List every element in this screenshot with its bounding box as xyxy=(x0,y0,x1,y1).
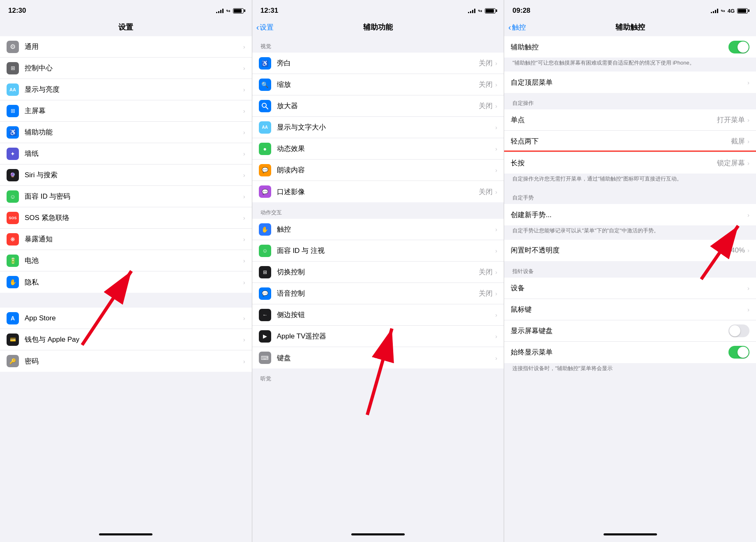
custom-actions-list: 单点 打开菜单 › 轻点两下 截屏 › 长按 锁定屏幕 › xyxy=(504,109,756,174)
settings-item-display[interactable]: AA 显示与亮度 › xyxy=(0,79,252,100)
back-button-2[interactable]: ‹ 设置 xyxy=(256,23,274,32)
item-spoken[interactable]: 💬 朗读内容 › xyxy=(252,160,504,181)
toggle-knob-main xyxy=(738,42,749,53)
item-appletv[interactable]: ▶ Apple TV遥控器 › xyxy=(252,326,504,347)
settings-item-control-center[interactable]: ⊞ 控制中心 › xyxy=(0,58,252,79)
settings-item-siri[interactable]: 🔮 Siri 与搜索 › xyxy=(0,164,252,186)
side-button-icon: ← xyxy=(259,309,271,321)
back-button-3[interactable]: ‹ 触控 xyxy=(508,23,526,32)
mouse-keys-row[interactable]: 鼠标键 › xyxy=(504,299,756,320)
create-gesture-row[interactable]: 创建新手势... › xyxy=(504,204,756,225)
item-motion[interactable]: ● 动态效果 › xyxy=(252,138,504,160)
item-keyboard[interactable]: ⌨ 键盘 › xyxy=(252,347,504,368)
settings-item-appstore[interactable]: A App Store › xyxy=(0,308,252,329)
signal-icon-1 xyxy=(216,8,224,13)
general-icon: ⚙ xyxy=(7,41,19,53)
settings-item-wallet[interactable]: 💳 钱包与 Apple Pay › xyxy=(0,329,252,350)
zoom-value: 关闭 xyxy=(479,80,493,89)
devices-label: 设备 xyxy=(511,283,747,293)
display-label: 显示与亮度 xyxy=(25,85,243,94)
zoom-icon: 🔍 xyxy=(259,79,271,91)
magnifier-chevron: › xyxy=(495,102,497,109)
spoken-icon: 💬 xyxy=(259,164,271,176)
battery-chevron: › xyxy=(243,257,245,264)
motion-icon: ● xyxy=(259,143,271,155)
status-time-2: 12:31 xyxy=(260,7,278,15)
back-chevron-3: ‹ xyxy=(508,23,511,31)
settings-item-accessibility[interactable]: ♿ 辅助功能 › xyxy=(0,122,252,143)
devices-row[interactable]: 设备 › xyxy=(504,278,756,299)
spoken-chevron: › xyxy=(495,167,497,174)
assistivetouch-toggle[interactable] xyxy=(728,41,749,53)
status-icons-2: ↬ xyxy=(468,8,496,14)
control-center-label: 控制中心 xyxy=(25,63,243,73)
settings-item-battery[interactable]: 🔋 电池 › xyxy=(0,250,252,271)
appstore-label: App Store xyxy=(25,314,243,322)
settings-item-homescreen[interactable]: ⊞ 主屏幕 › xyxy=(0,100,252,122)
settings-item-privacy[interactable]: ✋ 隐私 › xyxy=(0,271,252,293)
gesture-desc: 自定手势让您能够记录可以从"菜单"下的"自定"中激活的手势。 xyxy=(504,225,756,239)
always-show-label: 始终显示菜单 xyxy=(511,347,728,357)
devices-chevron: › xyxy=(747,285,749,292)
double-tap-row[interactable]: 轻点两下 截屏 › xyxy=(504,131,756,152)
wifi-icon-3: ↬ xyxy=(721,8,725,14)
always-show-row[interactable]: 始终显示菜单 xyxy=(504,342,756,363)
settings-item-wallpaper[interactable]: ✦ 墙纸 › xyxy=(0,143,252,164)
single-tap-row[interactable]: 单点 打开菜单 › xyxy=(504,109,756,131)
settings-item-faceid[interactable]: ☺ 面容 ID 与密码 › xyxy=(0,186,252,207)
home-indicator-2 xyxy=(351,533,405,535)
audiodesc-chevron: › xyxy=(495,188,497,195)
exposure-label: 暴露通知 xyxy=(25,234,243,244)
item-voice-control[interactable]: 💬 语音控制 关闭 › xyxy=(252,283,504,304)
voiceover-label: 旁白 xyxy=(277,58,479,68)
item-touch[interactable]: ✋ 触控 › xyxy=(252,219,504,240)
show-keyboard-row[interactable]: 显示屏幕键盘 xyxy=(504,320,756,342)
voiceover-chevron: › xyxy=(495,60,497,67)
item-switch-control[interactable]: ⊞ 切换控制 关闭 › xyxy=(252,262,504,283)
item-voiceover[interactable]: ♿ 旁白 关闭 › xyxy=(252,53,504,74)
wallpaper-chevron: › xyxy=(243,150,245,157)
4g-badge: 4G xyxy=(728,8,735,14)
list-gap-1 xyxy=(0,293,252,308)
display-text-icon: AA xyxy=(259,121,271,134)
faceid2-icon: ☺ xyxy=(259,245,271,257)
item-side-button[interactable]: ← 侧边按钮 › xyxy=(252,304,504,326)
settings-list-1: ⚙ 通用 › ⊞ 控制中心 › AA 显示与亮度 › ⊞ 主屏幕 › ♿ 辅助功… xyxy=(0,36,252,293)
custom-actions-desc: 自定操作允许您无需打开菜单，通过"辅助触控"图标即可直接进行互动。 xyxy=(504,174,756,188)
battery-icon-1 xyxy=(233,8,244,14)
magnifier-value: 关闭 xyxy=(479,101,493,111)
magnifier-label: 放大器 xyxy=(277,101,479,111)
idle-opacity-row[interactable]: 闲置时不透明度 40% › xyxy=(504,240,756,261)
appletv-chevron: › xyxy=(495,333,497,340)
assistivetouch-toggle-row[interactable]: 辅助触控 xyxy=(504,36,756,58)
display-chevron: › xyxy=(243,86,245,93)
section-interaction: 动作交互 xyxy=(252,202,504,219)
magnifier-icon xyxy=(259,100,271,112)
create-gesture-chevron: › xyxy=(747,211,749,218)
privacy-label: 隐私 xyxy=(25,278,243,287)
item-faceid2[interactable]: ☺ 面容 ID 与 注视 › xyxy=(252,240,504,262)
voice-control-chevron: › xyxy=(495,290,497,297)
always-show-toggle[interactable] xyxy=(728,346,749,359)
voice-control-icon: 💬 xyxy=(259,287,271,300)
custom-top-menu-row[interactable]: 自定顶层菜单 › xyxy=(504,72,756,93)
battery-fill-1 xyxy=(234,9,242,13)
settings-item-exposure[interactable]: ❋ 暴露通知 › xyxy=(0,229,252,250)
settings-item-general[interactable]: ⚙ 通用 › xyxy=(0,36,252,58)
passwords-label: 密码 xyxy=(25,357,243,366)
custom-menu-section: 自定顶层菜单 › xyxy=(504,72,756,93)
settings-item-sos[interactable]: SOS SOS 紧急联络 › xyxy=(0,207,252,229)
wallet-icon: 💳 xyxy=(7,334,19,346)
back-label-2: 设置 xyxy=(260,23,274,32)
show-keyboard-toggle[interactable] xyxy=(728,324,749,337)
item-audiodesc[interactable]: 💬 口述影像 关闭 › xyxy=(252,181,504,202)
item-magnifier[interactable]: 放大器 关闭 › xyxy=(252,95,504,117)
assistivetouch-label: 辅助触控 xyxy=(511,42,728,52)
settings-item-passwords[interactable]: 🔑 密码 › xyxy=(0,350,252,372)
spoken-label: 朗读内容 xyxy=(277,165,496,175)
wifi-icon-2: ↬ xyxy=(478,8,482,14)
battery-label: 电池 xyxy=(25,256,243,265)
long-press-row[interactable]: 长按 锁定屏幕 › xyxy=(504,152,756,174)
item-display-text[interactable]: AA 显示与文字大小 › xyxy=(252,117,504,138)
item-zoom[interactable]: 🔍 缩放 关闭 › xyxy=(252,74,504,95)
